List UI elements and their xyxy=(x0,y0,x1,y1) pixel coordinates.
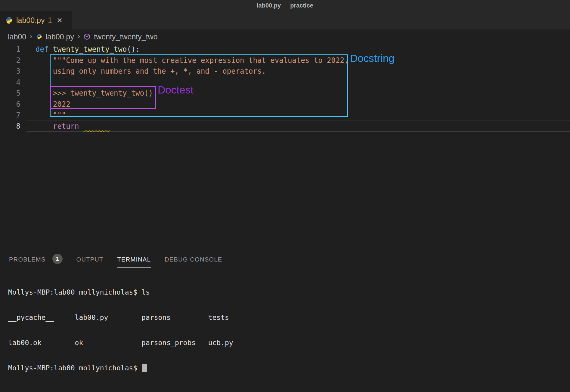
panel-tab-bar: PROBLEMS 1 OUTPUT TERMINAL DEBUG CONSOLE xyxy=(9,254,236,268)
panel-tab-output[interactable]: OUTPUT xyxy=(76,254,104,267)
warning-squiggle xyxy=(84,122,110,130)
docstring-line-1: """Come up with the most creative expres… xyxy=(36,56,349,65)
code-row-6: 6 2022 xyxy=(0,99,570,110)
window-title: lab00.py — practice xyxy=(257,2,313,9)
indent-guide xyxy=(36,55,36,130)
terminal-line: lab00.ok ok parsons_probs ucb.py xyxy=(8,338,570,347)
line-number: 6 xyxy=(0,100,20,109)
panel-tab-problems[interactable]: PROBLEMS xyxy=(9,254,46,267)
doctest-call-line: >>> twenty_twenty_two() xyxy=(36,89,153,97)
code-line-1: def twenty_twenty_two(): xyxy=(36,45,140,54)
symbol-cube-icon xyxy=(83,33,91,40)
chevron-right-icon: › xyxy=(77,31,80,41)
code-row-8: 8 return xyxy=(0,121,570,132)
keyword-return: return xyxy=(36,122,79,130)
panel-tab-terminal[interactable]: TERMINAL xyxy=(117,254,151,268)
editor-tab-lab00[interactable]: lab00.py 1 × xyxy=(0,11,72,29)
code-row-5: 5 >>> twenty_twenty_two() xyxy=(0,88,570,99)
doctest-result-line: 2022 xyxy=(36,100,70,109)
breadcrumb-item-file[interactable]: lab00.py xyxy=(46,32,74,41)
tab-bar: lab00.py 1 × xyxy=(0,11,570,29)
breadcrumb-item-symbol[interactable]: twenty_twenty_two xyxy=(94,32,157,41)
terminal-line: __pycache__ lab00.py parsons tests xyxy=(8,313,570,322)
problems-count-badge: 1 xyxy=(52,254,63,264)
code-editor[interactable]: 1 def twenty_twenty_two(): 2 """Come up … xyxy=(0,44,570,132)
line-number: 2 xyxy=(0,56,20,65)
title-bar: lab00.py — practice xyxy=(0,0,570,11)
docstring-close-line: """ xyxy=(36,111,66,119)
keyword-def: def xyxy=(36,45,48,54)
breadcrumb-item-folder[interactable]: lab00 xyxy=(8,32,26,41)
python-icon xyxy=(5,16,13,24)
close-icon[interactable]: × xyxy=(57,16,62,25)
panel-divider xyxy=(0,250,570,250)
terminal-line: Mollys-MBP:lab00 mollynicholas$ ls xyxy=(8,288,570,296)
breadcrumb: lab00 › lab00.py › twenty_twenty_two xyxy=(0,29,570,44)
line-number: 7 xyxy=(0,111,20,119)
code-row-3: 3 using only numbers and the +, *, and -… xyxy=(0,66,570,77)
code-row-7: 7 """ xyxy=(0,110,570,121)
terminal-line: Mollys-MBP:lab00 mollynicholas$ xyxy=(8,364,570,372)
terminal-cursor xyxy=(142,364,147,372)
tab-label: lab00.py xyxy=(16,16,45,25)
code-line-8: return xyxy=(36,122,110,130)
space xyxy=(48,45,53,54)
terminal-prompt: Mollys-MBP:lab00 mollynicholas$ xyxy=(8,364,141,372)
python-icon xyxy=(36,33,42,40)
docstring-line-2: using only numbers and the +, *, and - o… xyxy=(36,67,266,75)
code-row-1: 1 def twenty_twenty_two(): xyxy=(0,44,570,55)
tab-problems-count: 1 xyxy=(48,16,52,24)
code-row-2: 2 """Come up with the most creative expr… xyxy=(0,55,570,66)
chevron-right-icon: › xyxy=(29,31,32,41)
code-row-4: 4 xyxy=(0,77,570,88)
line-number: 1 xyxy=(0,45,20,54)
line-number: 4 xyxy=(0,78,20,87)
line-number: 8 xyxy=(0,122,20,130)
line-number: 3 xyxy=(0,67,20,75)
function-name: twenty_twenty_two xyxy=(53,45,127,54)
panel-tab-debug-console[interactable]: DEBUG CONSOLE xyxy=(165,254,222,267)
line-number: 5 xyxy=(0,89,20,97)
parens: (): xyxy=(127,45,140,54)
terminal-output[interactable]: Mollys-MBP:lab00 mollynicholas$ ls __pyc… xyxy=(8,271,570,381)
